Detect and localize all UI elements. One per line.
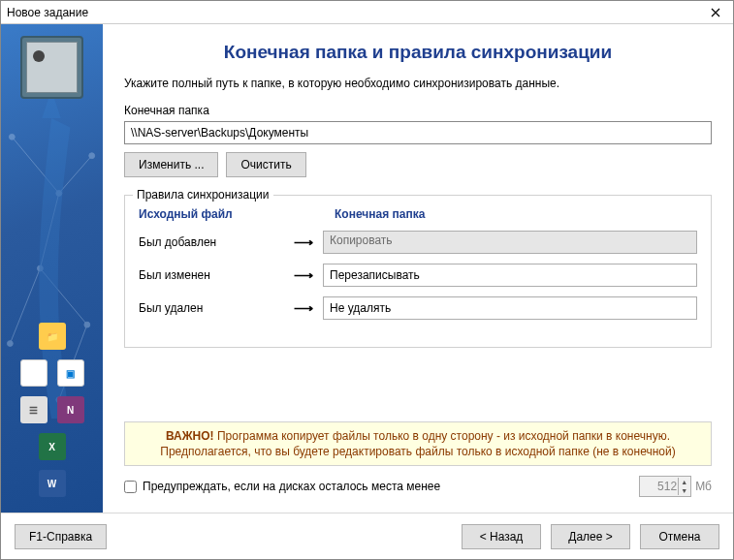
page-subtitle: Укажите полный путь к папке, в которую н… — [124, 77, 712, 90]
warning-line1: Программа копирует файлы только в одну с… — [214, 429, 670, 443]
contact-icon: ☰ — [20, 396, 48, 423]
warning-box: ВАЖНО! Программа копирует файлы только в… — [124, 421, 712, 466]
spinner-down-icon[interactable]: ▼ — [678, 486, 689, 495]
warning-line2: Предполагается, что вы будете редактиров… — [133, 444, 703, 459]
back-button[interactable]: < Назад — [462, 524, 541, 549]
dest-folder-label: Конечная папка — [124, 104, 712, 117]
next-button[interactable]: Далее > — [551, 524, 630, 549]
rule-added-label: Был добавлен — [139, 235, 284, 249]
warning-strong: ВАЖНО! — [166, 429, 214, 443]
dest-folder-input[interactable] — [124, 121, 712, 144]
titlebar: Новое задание — [1, 1, 733, 24]
help-button[interactable]: F1-Справка — [15, 524, 107, 549]
excel-icon: X — [39, 433, 66, 460]
disk-size-value: 512 — [657, 480, 677, 493]
arrow-icon: ⟶ — [284, 267, 323, 283]
change-button[interactable]: Изменить ... — [124, 152, 218, 177]
arrow-icon: ⟶ — [284, 300, 323, 316]
page-title: Конечная папка и правила синхронизации — [124, 42, 712, 63]
clear-button[interactable]: Очистить — [226, 152, 305, 177]
disk-size-spinner[interactable]: 512 ▲ ▼ — [639, 476, 691, 497]
disk-size-unit: Мб — [695, 480, 712, 493]
main-panel: Конечная папка и правила синхронизации У… — [103, 24, 733, 513]
image-icon: ▣ — [57, 359, 84, 387]
svg-point-6 — [9, 134, 15, 140]
sidebar-file-icons: W X ☰ N ▤ ▣ 📁 — [1, 323, 103, 503]
close-icon — [711, 8, 720, 17]
sync-rules-legend: Правила синхронизации — [133, 188, 273, 202]
rule-deleted-select[interactable]: Не удалять — [323, 296, 697, 320]
binder-icon: ▤ — [20, 359, 48, 387]
spinner-up-icon[interactable]: ▲ — [678, 478, 689, 486]
word-icon: W — [39, 470, 66, 497]
folder-icon: 📁 — [39, 323, 66, 350]
wizard-sidebar: W X ☰ N ▤ ▣ 📁 — [1, 24, 103, 513]
header-dest: Конечная папка — [335, 207, 425, 221]
rule-row-deleted: Был удален ⟶ Не удалять — [139, 296, 697, 320]
safe-icon — [20, 36, 83, 99]
cancel-button[interactable]: Отмена — [640, 524, 719, 549]
wizard-footer: F1-Справка < Назад Далее > Отмена — [1, 513, 733, 559]
rule-row-added: Был добавлен ⟶ Копировать — [139, 231, 697, 254]
rule-modified-select[interactable]: Перезаписывать — [323, 264, 697, 287]
rule-added-select: Копировать — [323, 231, 697, 254]
rule-row-modified: Был изменен ⟶ Перезаписывать — [139, 264, 697, 287]
sync-rules-fieldset: Правила синхронизации Исходный файл Коне… — [124, 195, 712, 348]
body: W X ☰ N ▤ ▣ 📁 Конечная папка и правила с… — [1, 24, 733, 513]
disk-warn-label: Предупреждать, если на дисках осталось м… — [143, 480, 440, 493]
onenote-icon: N — [57, 396, 84, 423]
close-button[interactable] — [698, 1, 733, 24]
svg-point-8 — [89, 153, 95, 159]
header-source: Исходный файл — [139, 207, 284, 221]
rule-deleted-label: Был удален — [139, 301, 284, 315]
dialog-window: Новое задание W — [0, 0, 734, 560]
disk-warn-row: Предупреждать, если на дисках осталось м… — [124, 472, 712, 503]
arrow-icon: ⟶ — [284, 234, 323, 250]
rule-modified-label: Был изменен — [139, 268, 284, 282]
window-title: Новое задание — [7, 6, 88, 19]
disk-warn-checkbox[interactable] — [124, 481, 137, 493]
